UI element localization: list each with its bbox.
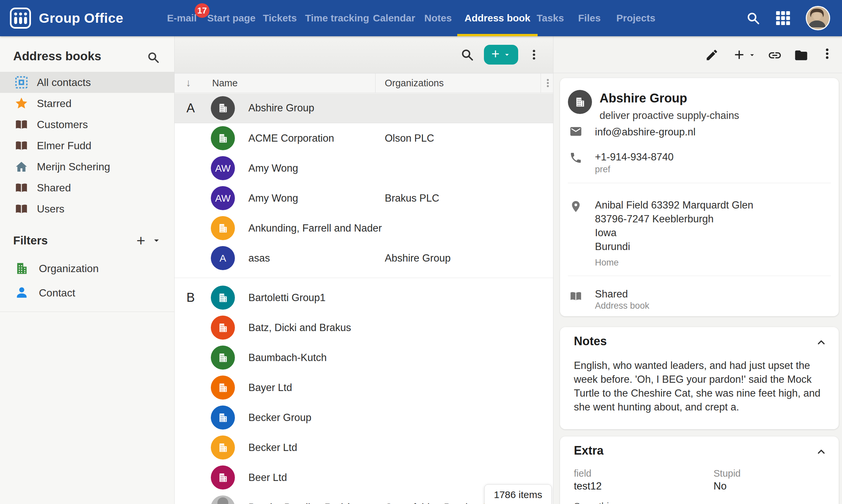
active-tab-underline bbox=[457, 34, 538, 36]
nav-tab-label: Projects bbox=[616, 13, 655, 24]
contact-name: Amy Wong bbox=[248, 192, 298, 204]
detail-add-icon[interactable]: + bbox=[731, 47, 747, 62]
organization-avatar bbox=[211, 286, 235, 310]
plus-icon: + bbox=[491, 47, 500, 61]
column-divider-2 bbox=[541, 73, 541, 93]
column-organizations[interactable]: Organizations bbox=[385, 78, 444, 89]
collapse-extra-icon[interactable] bbox=[816, 446, 827, 457]
avatar-initials: A bbox=[219, 253, 226, 264]
contact-row[interactable]: AWAmy WongBrakus PLC bbox=[175, 183, 553, 213]
edit-icon[interactable] bbox=[705, 48, 719, 62]
files-icon[interactable] bbox=[794, 48, 808, 62]
addressbook-search-icon[interactable] bbox=[147, 51, 160, 64]
sidebar-item-customers[interactable]: Customers bbox=[0, 114, 174, 135]
organization-avatar bbox=[211, 96, 235, 120]
sidebar-item-label: Users bbox=[37, 203, 65, 215]
sidebar-item-merijn-schering[interactable]: Merijn Schering bbox=[0, 156, 174, 177]
extra-card: Extra field test12 Stupid No Something bbox=[560, 436, 839, 504]
list-search-icon[interactable] bbox=[460, 48, 474, 61]
building-icon bbox=[15, 261, 29, 276]
contact-row[interactable]: AAbshire Group bbox=[175, 93, 553, 123]
building-icon bbox=[217, 103, 229, 114]
sidebar-item-label: All contacts bbox=[37, 76, 91, 89]
contact-name: Baumbach-Kutch bbox=[248, 352, 327, 364]
contact-row[interactable]: Ankunding, Farrell and Nader bbox=[175, 213, 553, 243]
filter-item-organization[interactable]: Organization bbox=[0, 256, 174, 281]
sidebar-item-starred[interactable]: Starred bbox=[0, 93, 174, 114]
sidebar-item-label: Starred bbox=[37, 97, 71, 110]
contact-email[interactable]: info@abshire-group.nl bbox=[595, 126, 695, 138]
contact-jobtitle: deliver proactive supply-chains bbox=[599, 110, 739, 122]
contact-row[interactable]: AWAmy Wong bbox=[175, 153, 553, 183]
sort-direction-icon[interactable]: ↓ bbox=[186, 77, 191, 89]
filter-item-contact[interactable]: Contact bbox=[0, 281, 174, 305]
detail-more-icon[interactable] bbox=[821, 48, 834, 60]
contact-organization: Olson PLC bbox=[385, 132, 434, 144]
contact-row[interactable]: BBartoletti Group1 bbox=[175, 283, 553, 312]
divider bbox=[568, 183, 831, 183]
building-icon bbox=[217, 352, 229, 363]
sidebar-item-users[interactable]: Users bbox=[0, 198, 174, 219]
user-avatar[interactable] bbox=[806, 6, 830, 30]
collapse-notes-icon[interactable] bbox=[816, 337, 827, 348]
initials-avatar: AW bbox=[211, 186, 235, 210]
custom-field-label: Stupid bbox=[714, 468, 740, 479]
nav-tab-start-page[interactable]: Start page bbox=[207, 0, 256, 36]
contact-row[interactable]: Becker Group bbox=[175, 402, 553, 433]
robot-photo bbox=[211, 496, 235, 504]
nav-tab-notes[interactable]: Notes bbox=[424, 0, 452, 36]
organization-avatar bbox=[211, 216, 235, 240]
contact-phone[interactable]: +1-914-934-8740 bbox=[595, 151, 674, 163]
sidebar-header: Address books bbox=[0, 36, 174, 72]
detail-add-caret-icon[interactable] bbox=[749, 51, 756, 59]
nav-tab-tasks[interactable]: Tasks bbox=[537, 0, 564, 36]
book-icon bbox=[15, 202, 28, 216]
filters-caret-icon[interactable] bbox=[152, 236, 161, 245]
apps-grid-icon[interactable] bbox=[775, 11, 791, 26]
add-filter-icon[interactable]: + bbox=[137, 233, 145, 248]
sidebar-item-all-contacts[interactable]: All contacts bbox=[0, 72, 174, 93]
app-root: Group Office E-mail17Start pageTicketsTi… bbox=[0, 0, 842, 504]
add-contact-button[interactable]: + bbox=[484, 45, 518, 65]
column-name[interactable]: Name bbox=[212, 78, 237, 89]
contact-name: Abshire Group bbox=[599, 91, 687, 105]
organization-avatar bbox=[211, 376, 235, 400]
organization-avatar bbox=[211, 435, 235, 460]
contact-row[interactable]: AasasAbshire Group bbox=[175, 243, 553, 273]
contact-name: ACME Corporation bbox=[248, 132, 334, 144]
contact-row[interactable]: ACME CorporationOlson PLC bbox=[175, 123, 553, 153]
link-icon[interactable] bbox=[768, 48, 782, 62]
sidebar-item-elmer-fudd[interactable]: Elmer Fudd bbox=[0, 135, 174, 156]
nav-tab-time-tracking[interactable]: Time tracking bbox=[305, 0, 369, 36]
contact-row[interactable]: Batz, Dicki and Brakus bbox=[175, 312, 553, 343]
global-search-icon[interactable] bbox=[746, 11, 760, 25]
star-icon bbox=[15, 96, 28, 110]
notes-title: Notes bbox=[574, 334, 607, 348]
sidebar-item-shared[interactable]: Shared bbox=[0, 177, 174, 198]
list-more-icon[interactable] bbox=[528, 49, 540, 60]
nav-tab-files[interactable]: Files bbox=[578, 0, 601, 36]
add-caret-icon bbox=[503, 51, 510, 58]
contact-name: Bender Bending Rodríguez bbox=[248, 502, 372, 504]
columns-menu-icon[interactable] bbox=[543, 78, 553, 88]
custom-field-value: No bbox=[714, 480, 727, 492]
nav-tab-label: Address book bbox=[465, 13, 530, 24]
sidebar-item-label: Shared bbox=[37, 182, 71, 194]
nav-tab-e-mail[interactable]: E-mail17 bbox=[167, 0, 197, 36]
contact-organization: Abshire Group bbox=[385, 252, 451, 264]
contact-address: Anibal Field 63392 Marquardt Glen 83796-… bbox=[595, 199, 753, 255]
contact-row[interactable]: Becker Ltd bbox=[175, 433, 553, 463]
email-icon bbox=[569, 125, 583, 138]
sidebar: Address books All contactsStarredCustome… bbox=[0, 36, 175, 504]
extra-title: Extra bbox=[574, 444, 604, 457]
contact-row[interactable]: Baumbach-Kutch bbox=[175, 343, 553, 373]
filter-item-label: Organization bbox=[39, 263, 98, 275]
contact-row[interactable]: Bayer Ltd bbox=[175, 373, 553, 402]
nav-tab-projects[interactable]: Projects bbox=[616, 0, 655, 36]
nav-tab-address-book[interactable]: Address book bbox=[465, 0, 530, 36]
nav-tab-label: Calendar bbox=[373, 13, 415, 24]
nav-tab-tickets[interactable]: Tickets bbox=[263, 0, 297, 36]
contact-name: Ankunding, Farrell and Nader bbox=[248, 222, 382, 234]
nav-tab-calendar[interactable]: Calendar bbox=[373, 0, 415, 36]
filter-item-label: Contact bbox=[39, 287, 75, 299]
